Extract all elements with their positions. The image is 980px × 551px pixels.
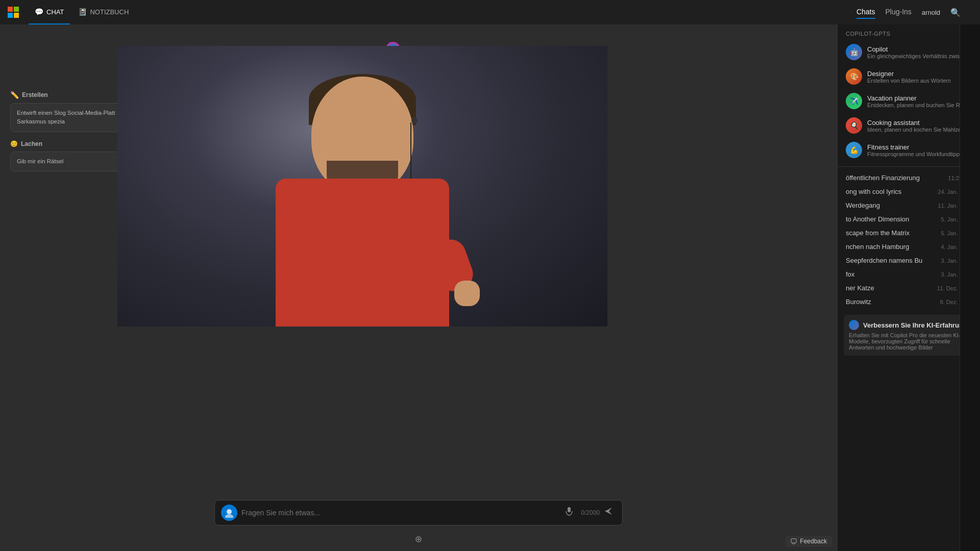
pencil-icon: ✏️ — [10, 91, 19, 99]
notizbuch-tab-label: NOTIZBUCH — [90, 8, 129, 16]
history-item-8[interactable]: ner Katze 11. Dez. 2023 — [838, 281, 980, 295]
svg-point-9 — [225, 514, 233, 518]
history-item-1[interactable]: ong with cool lyrics 24. Jan. 2024 — [838, 185, 980, 198]
svg-rect-2 — [8, 13, 13, 18]
nav-user: arnold — [922, 9, 940, 16]
svg-rect-10 — [568, 507, 571, 512]
input-bar: 0/2000 — [214, 500, 623, 525]
left-suggestions: ✏️ Erstellen Entwirft einen Slog Social-… — [10, 91, 122, 176]
tab-chat[interactable]: 💬 CHAT — [29, 0, 70, 24]
suggest-create-title: ✏️ Erstellen — [10, 91, 122, 99]
gpt-item-cooking[interactable]: 🍳 Cooking assistant Ideen, planen und ko… — [838, 113, 980, 138]
gpt-icon-designer: 🎨 — [846, 68, 862, 85]
history-divider — [838, 166, 980, 167]
gpt-item-designer[interactable]: 🎨 Designer Erstellen von Bildern aus Wör… — [838, 64, 980, 89]
notizbuch-tab-icon: 📓 — [78, 8, 87, 16]
chat-tab-icon: 💬 — [35, 8, 43, 16]
gpt-text-fitness: Fitness trainer Fitnessprogramme und Wor… — [867, 143, 972, 157]
search-icon[interactable]: 🔍 — [950, 8, 960, 17]
chat-tab-label: CHAT — [46, 8, 64, 16]
laugh-icon: 😊 — [10, 140, 18, 147]
sidebar-section-copilot-gpts: Copilot-GPTs — [838, 24, 980, 40]
video-overlay — [117, 46, 607, 327]
gpt-icon-vacation: ✈️ — [846, 93, 862, 109]
feedback-button[interactable]: Feedback — [786, 536, 832, 547]
nav-plugins[interactable]: Plug-Ins — [886, 6, 912, 19]
history-item-9[interactable]: Burowitz 8. Dez. 2023 — [838, 295, 980, 309]
app-logo — [6, 5, 20, 19]
user-avatar — [221, 505, 237, 521]
history-item-0[interactable]: öffentlichen Finanzierung 11:29 AM — [838, 171, 980, 185]
gpt-text-designer: Designer Erstellen von Bildern aus Wörte… — [867, 70, 972, 84]
upgrade-title: Verbessern Sie Ihre KI-Erfahrung — [849, 320, 969, 330]
svg-rect-3 — [14, 13, 19, 18]
char-counter: 0/2000 — [581, 509, 600, 516]
gpt-item-fitness[interactable]: 💪 Fitness trainer Fitnessprogramme und W… — [838, 138, 980, 162]
gpt-text-copilot: Copilot Ein gleichgewichtiges Verhältnis… — [867, 45, 972, 59]
history-item-6[interactable]: Seepferdchen namens Bu 3. Jan. 2024 — [838, 254, 980, 267]
history-item-2[interactable]: Werdegang 11. Jan. 2024 — [838, 198, 980, 212]
gpt-text-cooking: Cooking assistant Ideen, planen und koch… — [867, 119, 972, 133]
right-nav: Chats Plug-Ins arnold 🔍 — [856, 0, 960, 24]
sidebar-right: Copilot-GPTs 🤖 Copilot Ein gleichgewicht… — [837, 24, 980, 551]
gpt-icon-cooking: 🍳 — [846, 117, 862, 134]
history-item-4[interactable]: scape from the Matrix 5. Jan. 2024 — [838, 226, 980, 240]
svg-point-8 — [227, 509, 232, 514]
send-icon[interactable] — [604, 507, 616, 519]
gpt-text-vacation: Vacation planner Entdecken, planen und b… — [867, 94, 972, 108]
mic-icon[interactable] — [565, 507, 577, 519]
suggest-laugh-card[interactable]: Gib mir ein Rätsel — [10, 152, 122, 171]
input-tools — [415, 536, 422, 543]
svg-rect-15 — [791, 539, 796, 543]
tab-notizbuch[interactable]: 📓 NOTIZBUCH — [72, 0, 135, 24]
gpt-icon-copilot: 🤖 — [846, 44, 862, 60]
suggest-create-card[interactable]: Entwirft einen Slog Social-Media-Platt S… — [10, 103, 122, 132]
chat-input[interactable] — [241, 509, 560, 517]
video-bg — [117, 46, 607, 327]
topbar-tabs: 💬 CHAT 📓 NOTIZBUCH — [29, 0, 135, 24]
gpt-icon-fitness: 💪 — [846, 142, 862, 158]
suggest-laugh-title: 😊 Lachen — [10, 140, 122, 147]
nav-chats[interactable]: Chats — [856, 6, 875, 19]
person-body — [276, 179, 449, 327]
history-item-3[interactable]: to Another Dimension 5. Jan. 2024 — [838, 212, 980, 226]
gpt-item-copilot[interactable]: 🤖 Copilot Ein gleichgewichtiges Verhältn… — [838, 40, 980, 64]
history-item-5[interactable]: nchen nach Hamburg 4. Jan. 2024 — [838, 240, 980, 254]
tool-attach[interactable] — [415, 536, 422, 543]
topbar: 💬 CHAT 📓 NOTIZBUCH Chats Plug-Ins arnold… — [0, 0, 980, 24]
gpt-item-vacation[interactable]: ✈️ Vacation planner Entdecken, planen un… — [838, 89, 980, 113]
history-item-fox[interactable]: fox 3. Jan. 2023 — [838, 267, 980, 281]
upgrade-icon — [849, 320, 859, 330]
feedback-icon — [791, 538, 797, 544]
person-figure — [230, 61, 495, 327]
upgrade-desc: Erhalten Sie mit Copilot Pro die neueste… — [849, 332, 969, 350]
svg-rect-1 — [14, 7, 19, 12]
svg-rect-0 — [8, 7, 13, 12]
upgrade-banner[interactable]: Verbessern Sie Ihre KI-Erfahrung Erhalte… — [844, 315, 974, 356]
edge-strip — [960, 24, 980, 551]
